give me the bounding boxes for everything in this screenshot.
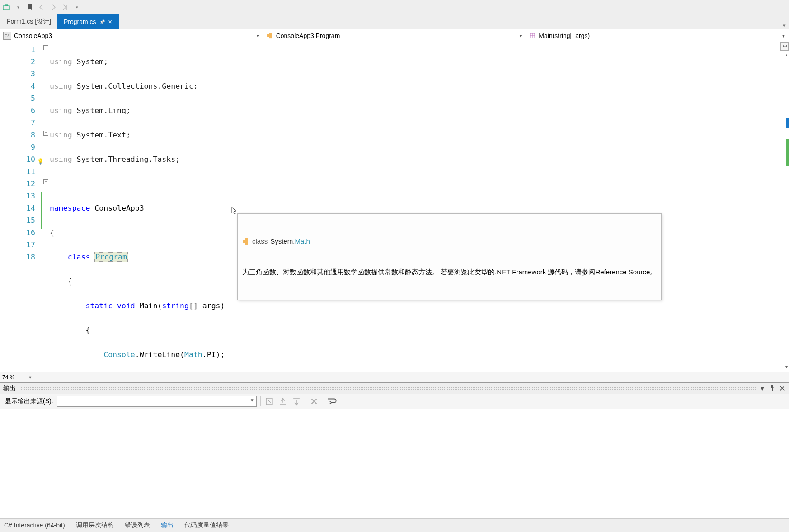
panel-dropdown-icon[interactable]: ▼ [759,385,766,392]
bottom-tab-output[interactable]: 输出 [161,521,174,529]
toolbar-overflow-icon[interactable]: ▾ [73,3,81,11]
class-icon [266,32,273,39]
code-line: using System.Linq; [50,104,789,117]
fold-column [43,42,50,372]
goto-message-icon[interactable] [264,396,274,406]
panel-grip[interactable] [20,387,756,390]
chevron-down-icon: ▼ [256,33,260,38]
bottom-tab-error-list[interactable]: 错误列表 [125,521,150,529]
chevron-down-icon[interactable]: ▼ [28,375,32,380]
line-number: 9 [0,141,43,153]
tab-label: Form1.cs [设计] [7,18,51,26]
code-content[interactable]: using System; using System.Collections.G… [50,42,789,372]
nav-fwd-end-icon[interactable] [61,3,69,11]
line-number: 15 [0,214,43,226]
tab-form1-designer[interactable]: Form1.cs [设计] [0,14,57,29]
chevron-down-icon: ▼ [781,33,786,38]
line-number: 14 [0,202,43,214]
svg-rect-7 [245,238,248,241]
tooltip-symbol: Math [295,237,310,245]
toolbar-dropdown-icon[interactable]: ▾ [14,3,22,11]
toggle-wrap-icon[interactable] [327,396,337,406]
output-panel-title: 输出 [3,384,16,392]
overview-ruler [785,42,789,372]
chevron-down-icon: ▼ [250,398,254,403]
output-content[interactable] [0,409,789,518]
code-line: static void Main(string[] args) [50,300,789,312]
visual-studio-editor: ▾ ▾ Form1.cs [设计] Program.cs ▾ C# Co [0,0,789,532]
fold-toggle[interactable] [43,179,48,184]
overview-mark [786,139,789,166]
class-icon [242,238,249,245]
nav-method-dropdown[interactable]: Main(string[] args) ▼ [526,29,789,42]
line-number: 6 [0,104,43,117]
pin-icon[interactable] [100,19,104,24]
fold-toggle[interactable] [43,45,48,50]
line-number: 1 [0,43,43,56]
nav-fwd-icon[interactable] [49,3,57,11]
next-message-icon[interactable] [291,396,301,406]
tooltip-description: 为三角函数、对数函数和其他通用数学函数提供常数和静态方法。 若要浏览此类型的.N… [242,267,657,277]
line-number: 18 [0,251,43,263]
line-number: 5 [0,92,43,104]
code-line: { [50,324,789,336]
code-line: using System.Text; [50,129,789,141]
intellisense-tooltip: class System.Math 为三角函数、对数函数和其他通用数学函数提供常… [237,213,662,300]
tab-program-cs[interactable]: Program.cs [57,14,119,29]
svg-rect-4 [269,36,272,38]
line-number: 3 [0,68,43,80]
bottom-tab-code-metrics[interactable]: 代码度量值结果 [184,521,229,529]
prev-message-icon[interactable] [278,396,288,406]
code-line: namespace ConsoleApp3 [50,202,789,214]
code-line: using System; [50,56,789,68]
tooltip-kind: class [252,236,268,246]
line-number: 16 [0,226,43,239]
line-number: 2 [0,56,43,68]
nav-class-dropdown[interactable]: ConsoleApp3.Program ▼ [263,29,526,42]
output-panel-header: 输出 ▼ [0,383,789,394]
line-number: 17 [0,239,43,251]
svg-rect-0 [3,6,9,10]
nav-class-label: ConsoleApp3.Program [276,32,340,39]
bottom-tab-call-hierarchy[interactable]: 调用层次结构 [76,521,114,529]
method-icon [529,32,536,39]
navigation-bar: C# ConsoleApp3 ▼ ConsoleApp3.Program ▼ M… [0,29,789,42]
line-number: 7 [0,117,43,129]
output-panel: 输出 ▼ 显示输出来源(S): ▼ [0,382,789,518]
svg-rect-3 [269,33,272,36]
code-editor[interactable]: 1 2 3 4 5 6 7 8 9 10💡 11 12 13 14 15 16 … [0,42,789,372]
line-number: 4 [0,80,43,92]
clear-all-icon[interactable] [309,396,319,406]
nav-method-label: Main(string[] args) [539,32,590,39]
separator [305,396,305,406]
close-icon[interactable] [108,19,113,24]
nav-back-icon[interactable] [38,3,46,11]
editor-zoom-bar: 74 % ▼ [0,372,789,382]
svg-rect-8 [245,241,248,245]
line-number: 10💡 [0,153,43,165]
line-number: 13 [0,190,43,202]
code-line: Console.WriteLine(Math.PI); [50,348,789,361]
document-tab-strip: Form1.cs [设计] Program.cs ▾ [0,14,789,29]
output-source-combo[interactable]: ▼ [57,396,257,407]
line-number: 8 [0,129,43,141]
close-icon[interactable] [779,385,786,392]
nav-project-dropdown[interactable]: C# ConsoleApp3 ▼ [0,29,263,42]
toolbox-icon[interactable] [2,3,10,11]
bottom-tab-csharp-interactive[interactable]: C# Interactive (64-bit) [4,522,65,529]
pin-icon[interactable] [769,385,776,392]
tooltip-namespace: System. [270,237,295,245]
tab-label: Program.cs [64,18,96,25]
csharp-project-icon: C# [3,32,11,40]
overview-mark [786,118,789,128]
svg-rect-1 [5,5,8,6]
lightbulb-icon[interactable]: 💡 [37,155,42,161]
bookmark-icon[interactable] [26,3,34,11]
line-number-gutter: 1 2 3 4 5 6 7 8 9 10💡 11 12 13 14 15 16 … [0,42,43,372]
editor-toolbar: ▾ ▾ [0,0,789,14]
fold-toggle[interactable] [43,131,48,136]
line-number: 11 [0,165,43,178]
zoom-level[interactable]: 74 % [2,374,14,381]
bottom-tool-tabs: C# Interactive (64-bit) 调用层次结构 错误列表 输出 代… [0,518,789,532]
tab-overflow-icon[interactable]: ▾ [780,22,789,29]
